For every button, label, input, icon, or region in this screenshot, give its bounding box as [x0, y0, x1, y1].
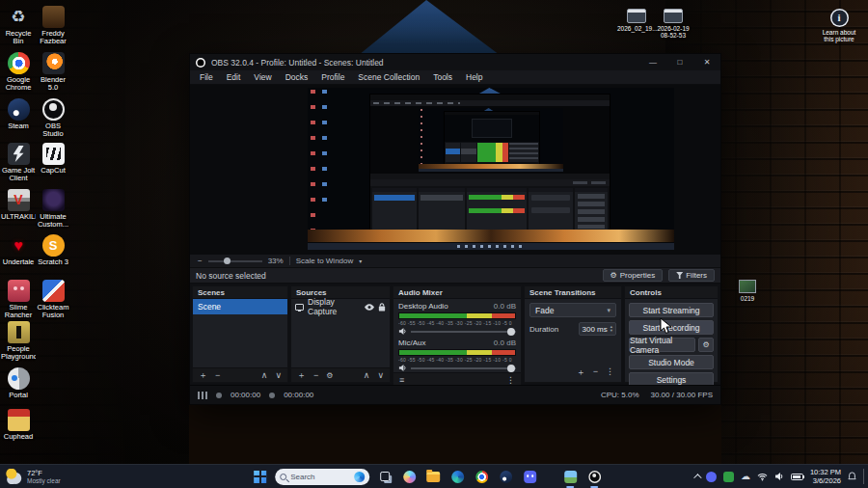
- desktop-icon-portal[interactable]: Portal: [1, 367, 36, 399]
- remove-source-button[interactable]: −: [313, 370, 318, 380]
- volume-slider-handle[interactable]: [507, 365, 515, 372]
- menu-help[interactable]: Help: [459, 72, 489, 82]
- discord-button[interactable]: [521, 468, 538, 485]
- mixer-config-icon[interactable]: ≡: [399, 375, 404, 385]
- preview-canvas[interactable]: [190, 85, 720, 255]
- taskbar-clock[interactable]: 10:32 PM 3/6/2026: [810, 468, 841, 486]
- desktop-icon-game-jolt[interactable]: Game Jolt Client: [1, 143, 36, 183]
- obs-app-button[interactable]: [585, 468, 603, 485]
- desktop-icon-scratch[interactable]: Scratch 3: [36, 234, 70, 266]
- spotlight-learn-about[interactable]: Learn about this picture: [820, 9, 858, 43]
- remove-transition-button[interactable]: −: [593, 366, 598, 379]
- volume-slider-handle[interactable]: [507, 328, 515, 336]
- menu-edit[interactable]: Edit: [220, 72, 248, 82]
- speaker-icon[interactable]: [398, 327, 407, 336]
- zoom-slider[interactable]: [208, 260, 262, 262]
- virtual-camera-settings-gear-icon[interactable]: ⚙: [698, 338, 714, 352]
- remove-scene-button[interactable]: −: [215, 370, 220, 380]
- taskbar-search[interactable]: [275, 469, 369, 485]
- volume-slider[interactable]: [411, 367, 516, 369]
- menu-tools[interactable]: Tools: [426, 72, 459, 82]
- tray-onedrive-cloud-icon[interactable]: ☁: [741, 472, 750, 481]
- desktop-icon-cuphead[interactable]: Cuphead: [1, 409, 36, 441]
- microphone-speaker-icon[interactable]: [398, 364, 407, 372]
- task-view-button[interactable]: [376, 468, 393, 485]
- photos-app-button[interactable]: [561, 468, 579, 485]
- taskbar-weather-widget[interactable]: 72°F Mostly clear: [5, 465, 61, 488]
- battery-icon[interactable]: [791, 474, 803, 480]
- hidden-icons-chevron-icon[interactable]: [693, 474, 701, 481]
- file-explorer-button[interactable]: [424, 468, 442, 485]
- desktop-icon-google-chrome[interactable]: Google Chrome: [1, 52, 36, 93]
- desktop-icon-slime-rancher[interactable]: Slime Rancher: [1, 280, 36, 320]
- spin-down-icon[interactable]: ▾: [610, 329, 612, 333]
- start-streaming-button[interactable]: Start Streaming: [629, 303, 714, 317]
- desktop-icon-ultrakill[interactable]: ULTRAKILL: [1, 189, 36, 221]
- steam-button[interactable]: [497, 468, 514, 485]
- mixer-menu-kebab-icon[interactable]: ⋮: [506, 375, 515, 385]
- duration-spinbox[interactable]: 300 ms ▴▾: [579, 322, 617, 336]
- close-button[interactable]: ✕: [693, 54, 720, 70]
- scene-transitions-title[interactable]: Scene Transitions: [525, 286, 621, 299]
- desktop-file-screenshot-1[interactable]: 2026_02_19...: [617, 9, 656, 32]
- transition-select[interactable]: Fade ▾: [529, 303, 616, 317]
- desktop-icon-people-playground[interactable]: People Playground: [1, 321, 36, 362]
- volume-icon[interactable]: [774, 472, 784, 481]
- move-scene-down-button[interactable]: ∨: [275, 370, 282, 380]
- add-source-button[interactable]: ＋: [297, 369, 306, 382]
- menu-scene-collection[interactable]: Scene Collection: [351, 72, 426, 82]
- controls-title[interactable]: Controls: [625, 286, 718, 299]
- desktop-icon-capcut[interactable]: CapCut: [36, 143, 70, 175]
- transition-menu-kebab-icon[interactable]: ⋮: [606, 366, 614, 379]
- move-source-up-button[interactable]: ∧: [364, 370, 370, 380]
- menu-view[interactable]: View: [247, 72, 278, 82]
- chevron-down-icon[interactable]: ▾: [359, 258, 362, 264]
- minimize-button[interactable]: —: [639, 54, 666, 70]
- menu-profile[interactable]: Profile: [314, 72, 351, 82]
- desktop-icon-blender[interactable]: Blender 5.0: [36, 52, 70, 93]
- zoom-slider-handle[interactable]: [224, 258, 231, 264]
- start-button[interactable]: [251, 468, 268, 485]
- scale-mode-label[interactable]: Scale to Window: [296, 257, 354, 265]
- scenes-panel-title[interactable]: Scenes: [193, 286, 287, 299]
- start-recording-button[interactable]: Start Recording: [629, 320, 714, 335]
- desktop-icon-clickteam-fusion[interactable]: Clickteam Fusion 2.5...: [36, 280, 70, 320]
- tray-xbox-icon[interactable]: [723, 472, 734, 482]
- desktop-icon-steam[interactable]: Steam: [1, 98, 36, 130]
- desktop-file-screenshot-2[interactable]: 2026-02-19 08-52-53: [654, 9, 692, 40]
- wifi-icon[interactable]: [757, 473, 768, 481]
- panoramic-image-window[interactable]: [189, 405, 721, 464]
- desktop-icon-freddy-fazbear[interactable]: Freddy Fazbear: [36, 6, 70, 46]
- start-virtual-camera-button[interactable]: Start Virtual Camera: [629, 338, 695, 352]
- menu-docks[interactable]: Docks: [279, 72, 315, 82]
- desktop-icon-recycle-bin[interactable]: Recycle Bin: [1, 6, 36, 46]
- desktop-file-0219[interactable]: 0219: [728, 280, 767, 302]
- move-source-down-button[interactable]: ∨: [377, 370, 384, 380]
- visibility-eye-icon[interactable]: [365, 304, 374, 311]
- desktop-icon-obs-studio[interactable]: OBS Studio: [36, 98, 70, 139]
- properties-button[interactable]: ⚙ Properties: [603, 269, 664, 282]
- menu-file[interactable]: File: [193, 72, 220, 82]
- audio-mixer-title[interactable]: Audio Mixer: [393, 286, 521, 299]
- lock-icon[interactable]: [378, 303, 386, 312]
- scene-item-selected[interactable]: Scene: [193, 299, 287, 314]
- desktop-icon-ultimate-custom-night[interactable]: Ultimate Custom...: [36, 189, 70, 230]
- volume-slider[interactable]: [411, 331, 516, 333]
- obs-titlebar[interactable]: OBS 32.0.4 - Profile: Untitled - Scenes:…: [190, 54, 720, 70]
- source-item-display-capture[interactable]: Display Capture: [291, 299, 390, 314]
- source-properties-button[interactable]: ⚙: [326, 371, 333, 380]
- desktop-icon-undertale[interactable]: Undertale: [1, 234, 36, 266]
- copilot-button[interactable]: [400, 468, 418, 485]
- move-scene-up-button[interactable]: ∧: [261, 370, 268, 380]
- show-desktop-button[interactable]: [863, 469, 865, 484]
- add-transition-button[interactable]: ＋: [577, 366, 585, 379]
- search-input[interactable]: [290, 473, 340, 481]
- chrome-button[interactable]: [473, 468, 490, 485]
- studio-mode-button[interactable]: Studio Mode: [629, 355, 714, 369]
- add-scene-button[interactable]: ＋: [199, 369, 207, 382]
- tray-discord-icon[interactable]: [706, 472, 717, 482]
- notification-bell-icon[interactable]: [848, 472, 856, 481]
- maximize-button[interactable]: □: [666, 54, 693, 70]
- filters-button[interactable]: Filters: [668, 269, 715, 282]
- zoom-out-icon[interactable]: −: [198, 257, 203, 265]
